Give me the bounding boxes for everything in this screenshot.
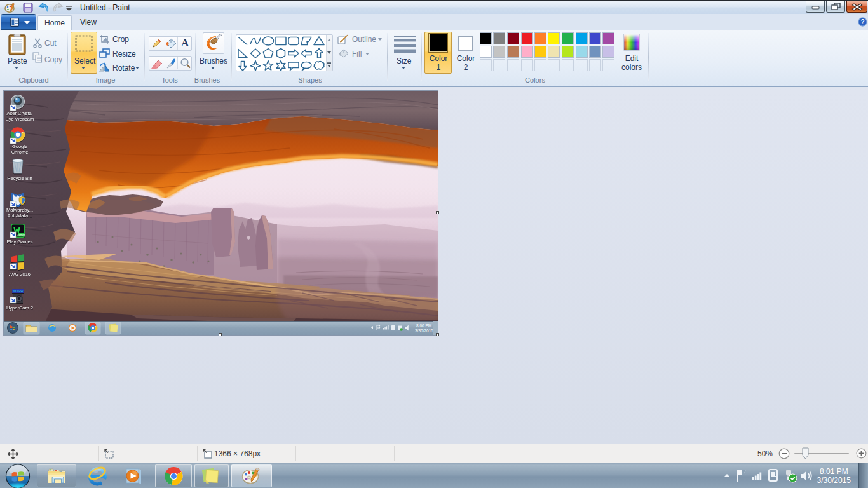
- svg-text:Google: Google: [12, 144, 27, 149]
- svg-text:Games: Games: [17, 233, 25, 236]
- svg-text:AVG 2016: AVG 2016: [9, 271, 31, 277]
- svg-text:Malwareby...: Malwareby...: [6, 207, 33, 213]
- svg-text:Acer Crystal: Acer Crystal: [7, 111, 33, 116]
- svg-text:3000ZW: 3000ZW: [12, 290, 24, 293]
- svg-text:HyperCam 2: HyperCam 2: [6, 305, 33, 311]
- svg-text:Anti-Malw...: Anti-Malw...: [8, 213, 32, 219]
- svg-text:?: ?: [860, 18, 864, 25]
- svg-text:8:00 PM: 8:00 PM: [416, 323, 431, 328]
- svg-text:Eye Webcam: Eye Webcam: [6, 116, 34, 122]
- svg-text:Chrome: Chrome: [11, 149, 29, 155]
- svg-text:3/30/2015: 3/30/2015: [415, 329, 433, 333]
- svg-text:Play Games: Play Games: [7, 239, 33, 245]
- svg-text:Recycle Bin: Recycle Bin: [7, 175, 32, 181]
